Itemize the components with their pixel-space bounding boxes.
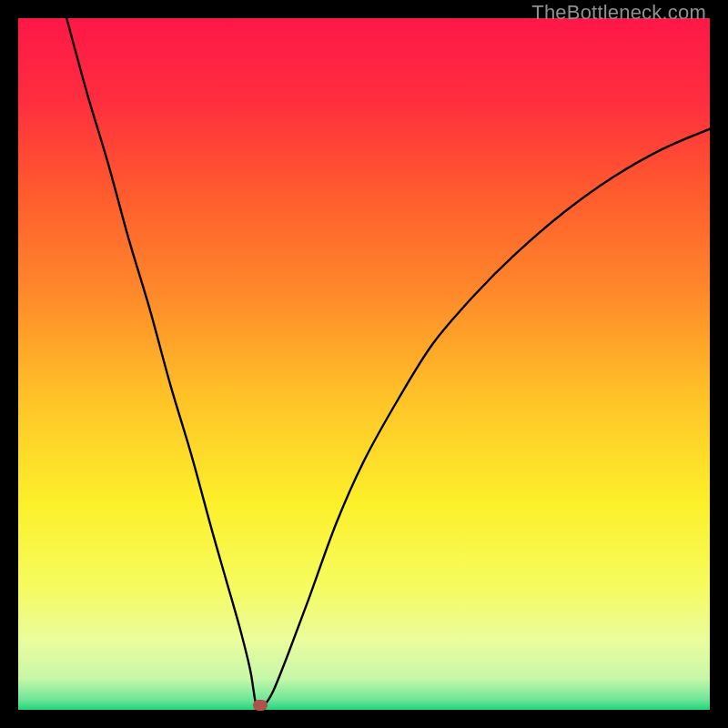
bottleneck-curve (18, 18, 710, 710)
watermark-text: TheBottleneck.com (531, 1, 706, 25)
chart-frame (18, 18, 710, 710)
optimal-point-marker (253, 700, 268, 711)
